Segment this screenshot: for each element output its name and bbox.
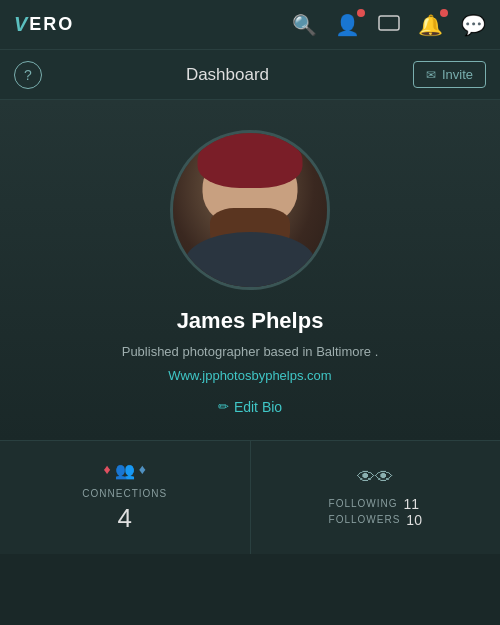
people-icon: 👥 [115,461,135,480]
nav-icons: 🔍 👤 🔔 💬 [292,13,486,37]
logo-ero: ERO [29,14,74,35]
avatar-face-overlay [173,133,327,287]
diamond-blue-icon: ♦ [139,461,146,480]
collection-icon[interactable] [378,13,400,36]
profile-bio-text: Published photographer based in Baltimor… [122,342,379,362]
social-stats-row: FOLLOWING 11 FOLLOWERS 10 [329,496,422,528]
connections-icons: ♦ 👥 ♦ [104,461,146,480]
help-button[interactable]: ? [14,61,42,89]
connections-block[interactable]: ♦ 👥 ♦ CONNECTIONS 4 [0,441,251,554]
following-item: FOLLOWING 11 [329,496,420,512]
app-logo: V ERO [14,13,74,36]
following-value: 11 [404,496,420,512]
profile-website[interactable]: Www.jpphotosbyphelps.com [168,368,331,383]
social-block[interactable]: 👁​👁 FOLLOWING 11 FOLLOWERS 10 [251,441,501,554]
notification-badge [440,9,448,17]
profile-icon[interactable]: 👤 [335,13,360,37]
profile-name: James Phelps [177,308,324,334]
followers-item: FOLLOWERS 10 [329,512,422,528]
envelope-icon: ✉ [426,68,436,82]
social-icons: 👁​👁 [357,467,393,488]
profile-badge [357,9,365,17]
messages-icon[interactable]: 💬 [461,13,486,37]
dashboard-header: ? Dashboard ✉ Invite [0,50,500,100]
profile-section: James Phelps Published photographer base… [0,100,500,440]
pencil-icon: ✏ [218,399,229,414]
top-nav: V ERO 🔍 👤 🔔 💬 [0,0,500,50]
search-icon[interactable]: 🔍 [292,13,317,37]
invite-label: Invite [442,67,473,82]
help-label: ? [24,67,32,83]
avatar-image [173,133,327,287]
followers-value: 10 [406,512,422,528]
followers-label: FOLLOWERS [329,514,401,525]
following-label: FOLLOWING [329,498,398,509]
bottom-area [0,554,500,626]
avatar [170,130,330,290]
notifications-icon[interactable]: 🔔 [418,13,443,37]
stats-section: ♦ 👥 ♦ CONNECTIONS 4 👁​👁 FOLLOWING 11 FOL… [0,440,500,554]
connections-label: CONNECTIONS [82,488,167,499]
edit-bio-label: Edit Bio [234,399,282,415]
diamond-red-icon: ♦ [104,461,111,480]
svg-rect-0 [379,16,399,30]
dashboard-title: Dashboard [186,65,269,85]
binoculars-icon: 👁​👁 [357,467,393,488]
connections-value: 4 [118,503,132,534]
edit-bio-button[interactable]: ✏ Edit Bio [218,399,282,415]
logo-v: V [14,13,27,36]
invite-button[interactable]: ✉ Invite [413,61,486,88]
